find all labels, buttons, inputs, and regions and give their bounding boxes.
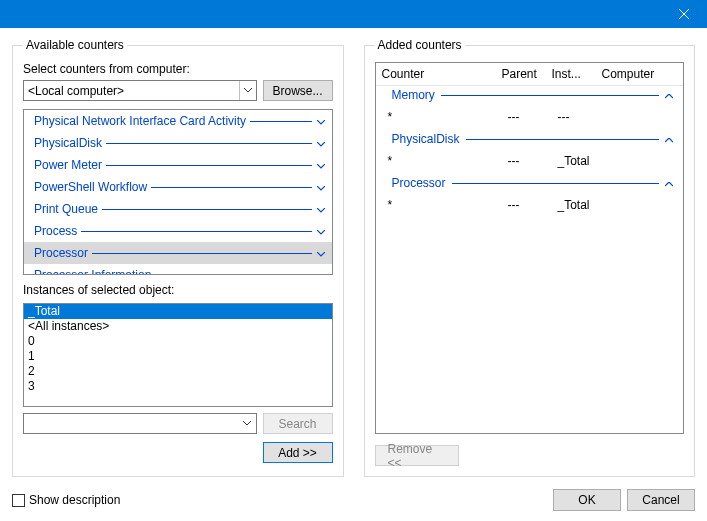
chevron-down-icon (316, 248, 326, 259)
separator-line (106, 165, 311, 166)
show-description-label: Show description (29, 493, 120, 507)
separator-line (81, 231, 311, 232)
counter-item[interactable]: Processor (24, 242, 332, 264)
counter-item-label: PhysicalDisk (34, 136, 102, 150)
added-table-body: Memory*------PhysicalDisk*---_TotalProce… (376, 86, 684, 218)
added-table-header: Counter Parent Inst... Computer (376, 63, 684, 86)
added-cell: * (382, 106, 502, 128)
counter-item-label: Processor Information (34, 268, 151, 275)
instance-item[interactable]: 2 (24, 364, 332, 379)
added-row[interactable]: *---_Total (376, 148, 684, 174)
added-group-name: Processor (392, 176, 446, 190)
instance-filter-input[interactable] (23, 413, 257, 434)
header-instance[interactable]: Inst... (546, 63, 596, 85)
available-counters-group: Available counters Select counters from … (12, 38, 344, 477)
search-button[interactable]: Search (263, 413, 333, 434)
added-row[interactable]: *---_Total (376, 192, 684, 218)
added-cell: _Total (552, 150, 602, 172)
added-counters-legend: Added counters (375, 38, 465, 52)
chevron-up-icon (665, 134, 673, 145)
added-group-name: PhysicalDisk (392, 132, 460, 146)
titlebar (0, 0, 707, 28)
added-cell (602, 106, 678, 128)
chevron-up-icon (665, 178, 673, 189)
instance-item[interactable]: 0 (24, 334, 332, 349)
footer: Show description OK Cancel (12, 489, 695, 511)
add-button[interactable]: Add >> (263, 442, 333, 463)
added-row[interactable]: *------ (376, 104, 684, 130)
separator-line (441, 95, 659, 96)
add-row: Add >> (23, 442, 333, 463)
counter-item[interactable]: Process (24, 220, 332, 242)
separator-line (106, 143, 311, 144)
added-group-header[interactable]: PhysicalDisk (376, 130, 684, 148)
computer-row: <Local computer> Browse... (23, 80, 333, 101)
counter-item[interactable]: Print Queue (24, 198, 332, 220)
added-cell: * (382, 150, 502, 172)
chevron-down-icon (239, 414, 256, 433)
added-cell: * (382, 194, 502, 216)
remove-row: Remove << (375, 442, 685, 467)
separator-line (102, 209, 311, 210)
separator-line (155, 275, 311, 276)
counter-list[interactable]: Physical Network Interface Card Activity… (23, 109, 333, 275)
instance-item[interactable]: 3 (24, 379, 332, 394)
chevron-up-icon (665, 90, 673, 101)
instances-label: Instances of selected object: (23, 283, 333, 297)
cancel-button[interactable]: Cancel (627, 489, 695, 511)
counter-item-label: Power Meter (34, 158, 102, 172)
added-group-name: Memory (392, 88, 435, 102)
added-group-header[interactable]: Processor (376, 174, 684, 192)
separator-line (92, 253, 311, 254)
columns: Available counters Select counters from … (12, 38, 695, 477)
remove-button[interactable]: Remove << (375, 445, 459, 466)
added-cell: --- (502, 106, 552, 128)
added-group-header[interactable]: Memory (376, 86, 684, 104)
close-icon (679, 9, 689, 19)
counter-item[interactable]: Physical Network Interface Card Activity (24, 110, 332, 132)
chevron-down-icon (316, 138, 326, 149)
counter-item-label: Physical Network Interface Card Activity (34, 114, 246, 128)
checkbox-icon (12, 494, 25, 507)
separator-line (250, 121, 311, 122)
computer-combo[interactable]: <Local computer> (23, 80, 257, 101)
search-row: Search (23, 413, 333, 434)
select-computer-label: Select counters from computer: (23, 62, 333, 76)
separator-line (151, 187, 311, 188)
added-cell: --- (552, 106, 602, 128)
chevron-down-icon (316, 182, 326, 193)
available-counters-legend: Available counters (23, 38, 127, 52)
counter-item-label: Processor (34, 246, 88, 260)
instance-item[interactable]: <All instances> (24, 319, 332, 334)
added-cell: --- (502, 150, 552, 172)
chevron-down-icon (316, 116, 326, 127)
separator-line (466, 139, 659, 140)
footer-buttons: OK Cancel (553, 489, 695, 511)
counter-item[interactable]: Processor Information (24, 264, 332, 275)
instance-list[interactable]: _Total<All instances>0123 (23, 303, 333, 407)
counter-item[interactable]: PowerShell Workflow (24, 176, 332, 198)
counter-item-label: Print Queue (34, 202, 98, 216)
computer-combo-value: <Local computer> (28, 84, 124, 98)
instance-item[interactable]: _Total (24, 304, 332, 319)
header-parent[interactable]: Parent (496, 63, 546, 85)
chevron-down-icon (316, 160, 326, 171)
added-cell: --- (502, 194, 552, 216)
close-button[interactable] (661, 0, 707, 28)
browse-button[interactable]: Browse... (263, 80, 333, 101)
added-cell: _Total (552, 194, 602, 216)
show-description-checkbox[interactable]: Show description (12, 493, 120, 507)
separator-line (452, 183, 659, 184)
counter-item[interactable]: Power Meter (24, 154, 332, 176)
header-computer[interactable]: Computer (596, 63, 684, 85)
counter-item-label: PowerShell Workflow (34, 180, 147, 194)
chevron-down-icon (316, 226, 326, 237)
counter-item-label: Process (34, 224, 77, 238)
instance-item[interactable]: 1 (24, 349, 332, 364)
ok-button[interactable]: OK (553, 489, 621, 511)
dialog-window: Available counters Select counters from … (0, 0, 707, 521)
added-cell (602, 194, 678, 216)
header-counter[interactable]: Counter (376, 63, 496, 85)
chevron-down-icon (316, 270, 326, 276)
counter-item[interactable]: PhysicalDisk (24, 132, 332, 154)
